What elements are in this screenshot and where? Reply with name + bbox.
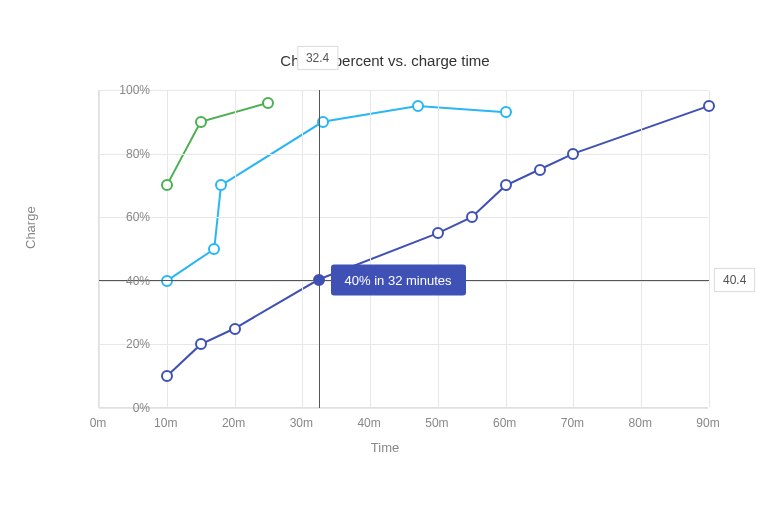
grid-line xyxy=(709,90,710,407)
x-tick-label: 20m xyxy=(214,416,254,430)
grid-line xyxy=(99,344,708,345)
data-point[interactable] xyxy=(703,100,715,112)
x-tick-label: 30m xyxy=(281,416,321,430)
grid-line xyxy=(370,90,371,407)
data-point[interactable] xyxy=(567,148,579,160)
grid-line xyxy=(99,408,708,409)
y-tick-label: 100% xyxy=(100,83,150,97)
x-tick-label: 40m xyxy=(349,416,389,430)
x-tick-label: 60m xyxy=(485,416,525,430)
data-point[interactable] xyxy=(161,275,173,287)
grid-line xyxy=(99,154,708,155)
plot-area[interactable]: 40% in 32 minutes xyxy=(98,90,708,408)
grid-line xyxy=(302,90,303,407)
data-point[interactable] xyxy=(229,323,241,335)
grid-line xyxy=(573,90,574,407)
grid-line xyxy=(167,90,168,407)
series-line xyxy=(167,106,506,281)
y-axis-label: Charge xyxy=(23,206,38,249)
data-point[interactable] xyxy=(215,179,227,191)
grid-line xyxy=(99,90,100,407)
x-tick-label: 70m xyxy=(552,416,592,430)
series-line xyxy=(167,103,269,186)
x-tick-label: 0m xyxy=(78,416,118,430)
data-point[interactable] xyxy=(500,106,512,118)
x-axis-label: Time xyxy=(0,440,770,455)
data-point[interactable] xyxy=(161,179,173,191)
tooltip-callout: 40% in 32 minutes xyxy=(331,264,466,295)
crosshair-x-chip: 32.4 xyxy=(297,46,338,70)
chart-container: Charge percent vs. charge time Charge Ti… xyxy=(0,0,770,516)
data-point[interactable] xyxy=(161,370,173,382)
x-tick-label: 50m xyxy=(417,416,457,430)
grid-line xyxy=(99,90,708,91)
y-tick-label: 60% xyxy=(100,210,150,224)
grid-line xyxy=(235,90,236,407)
x-tick-label: 80m xyxy=(620,416,660,430)
grid-line xyxy=(506,90,507,407)
data-point[interactable] xyxy=(432,227,444,239)
grid-line xyxy=(438,90,439,407)
y-tick-label: 20% xyxy=(100,337,150,351)
crosshair-point[interactable] xyxy=(314,275,324,285)
y-tick-label: 80% xyxy=(100,147,150,161)
y-tick-label: 40% xyxy=(100,274,150,288)
crosshair-vertical xyxy=(319,90,320,408)
data-point[interactable] xyxy=(534,164,546,176)
grid-line xyxy=(641,90,642,407)
x-tick-label: 90m xyxy=(688,416,728,430)
crosshair-y-chip: 40.4 xyxy=(714,268,755,292)
data-point[interactable] xyxy=(195,338,207,350)
data-point[interactable] xyxy=(412,100,424,112)
chart-title: Charge percent vs. charge time xyxy=(0,52,770,69)
data-point[interactable] xyxy=(262,97,274,109)
data-point[interactable] xyxy=(466,211,478,223)
data-point[interactable] xyxy=(195,116,207,128)
grid-line xyxy=(99,217,708,218)
y-tick-label: 0% xyxy=(100,401,150,415)
x-tick-label: 10m xyxy=(146,416,186,430)
data-point[interactable] xyxy=(500,179,512,191)
data-point[interactable] xyxy=(208,243,220,255)
